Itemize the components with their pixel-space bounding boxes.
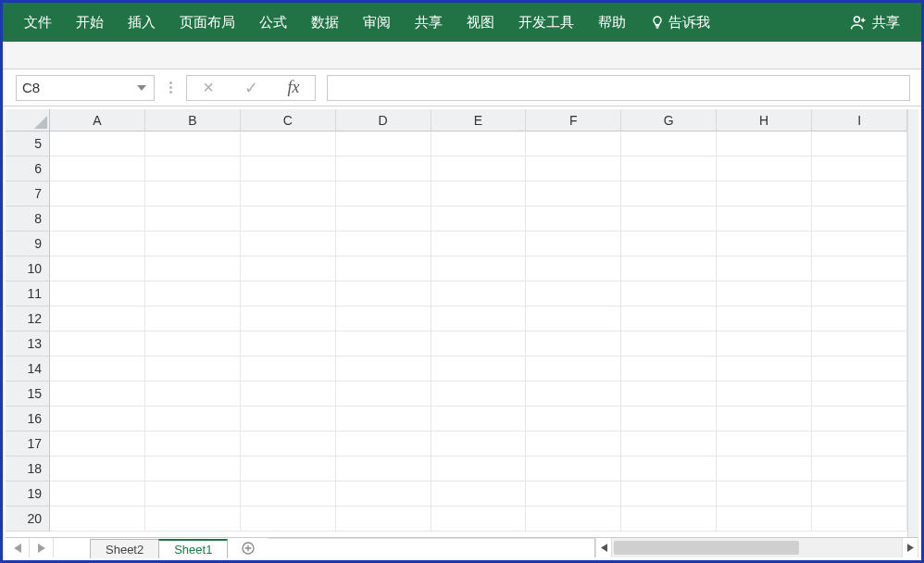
- ribbon-tab-developer[interactable]: 开发工具: [506, 3, 586, 42]
- cell[interactable]: [241, 457, 336, 482]
- horizontal-scrollbar[interactable]: [594, 538, 918, 557]
- cell[interactable]: [50, 482, 145, 507]
- cell[interactable]: [621, 357, 717, 382]
- cell[interactable]: [526, 282, 621, 307]
- cell[interactable]: [717, 156, 812, 181]
- cell[interactable]: [526, 507, 621, 532]
- column-header[interactable]: D: [336, 109, 431, 131]
- cell[interactable]: [50, 457, 145, 482]
- cell[interactable]: [50, 282, 145, 307]
- cell[interactable]: [336, 156, 431, 181]
- cell[interactable]: [336, 357, 431, 382]
- cell[interactable]: [241, 282, 336, 307]
- row-header[interactable]: 11: [6, 282, 50, 307]
- cell[interactable]: [145, 282, 241, 307]
- cell[interactable]: [621, 282, 717, 307]
- cell[interactable]: [526, 231, 621, 256]
- cell[interactable]: [526, 482, 621, 507]
- cell[interactable]: [336, 181, 431, 206]
- cell[interactable]: [241, 482, 336, 507]
- cell[interactable]: [145, 507, 241, 532]
- cell[interactable]: [336, 282, 431, 307]
- cell[interactable]: [717, 482, 812, 507]
- sheet-tab[interactable]: Sheet2: [90, 539, 159, 558]
- cell[interactable]: [145, 131, 241, 156]
- cell[interactable]: [717, 457, 812, 482]
- cell[interactable]: [241, 206, 336, 231]
- cell[interactable]: [812, 482, 907, 507]
- row-header[interactable]: 12: [6, 307, 50, 332]
- cell[interactable]: [621, 457, 717, 482]
- ribbon-tab-home[interactable]: 开始: [64, 3, 116, 42]
- cell[interactable]: [621, 482, 717, 507]
- cell[interactable]: [336, 482, 431, 507]
- ribbon-tab-view[interactable]: 视图: [455, 3, 506, 42]
- cell[interactable]: [336, 382, 431, 407]
- row-header[interactable]: 8: [6, 206, 50, 231]
- cell[interactable]: [526, 156, 621, 181]
- cell[interactable]: [50, 206, 145, 231]
- cell[interactable]: [431, 256, 527, 282]
- cell[interactable]: [621, 256, 717, 282]
- cell[interactable]: [431, 407, 527, 432]
- cell[interactable]: [50, 432, 145, 457]
- cell[interactable]: [717, 357, 812, 382]
- cell[interactable]: [812, 156, 907, 181]
- cell[interactable]: [717, 332, 812, 357]
- row-header[interactable]: 17: [6, 432, 50, 457]
- formula-input[interactable]: [327, 75, 910, 101]
- cell[interactable]: [431, 131, 527, 156]
- cell[interactable]: [812, 407, 907, 432]
- formula-bar-handle[interactable]: [166, 81, 175, 94]
- row-header[interactable]: 16: [6, 407, 50, 432]
- scroll-right-button[interactable]: [902, 538, 918, 557]
- ribbon-tab-review[interactable]: 审阅: [351, 3, 403, 42]
- row-header[interactable]: 15: [6, 382, 50, 407]
- cell[interactable]: [241, 231, 336, 256]
- cell[interactable]: [241, 256, 336, 282]
- row-header[interactable]: 18: [6, 457, 50, 482]
- cell[interactable]: [431, 181, 527, 206]
- cell[interactable]: [431, 332, 527, 357]
- cell[interactable]: [431, 206, 527, 231]
- cell[interactable]: [621, 307, 717, 332]
- row-header[interactable]: 10: [6, 256, 50, 282]
- cell[interactable]: [717, 307, 812, 332]
- cell[interactable]: [241, 507, 336, 532]
- cell[interactable]: [812, 282, 907, 307]
- scrollbar-thumb[interactable]: [614, 541, 799, 555]
- scroll-left-button[interactable]: [595, 538, 612, 557]
- cell[interactable]: [526, 256, 621, 282]
- cell[interactable]: [812, 231, 907, 256]
- cell[interactable]: [621, 407, 717, 432]
- cell[interactable]: [621, 156, 717, 181]
- cell[interactable]: [336, 407, 431, 432]
- add-sheet-button[interactable]: [228, 538, 268, 557]
- ribbon-tab-help[interactable]: 帮助: [586, 3, 638, 42]
- row-header[interactable]: 14: [6, 357, 50, 382]
- cell[interactable]: [812, 507, 907, 532]
- cells-area[interactable]: [50, 131, 907, 537]
- cell[interactable]: [621, 332, 717, 357]
- column-header[interactable]: E: [431, 109, 527, 131]
- cell[interactable]: [812, 382, 907, 407]
- vertical-scroll-gutter[interactable]: [907, 109, 918, 537]
- cell[interactable]: [717, 432, 812, 457]
- cell[interactable]: [50, 256, 145, 282]
- cell[interactable]: [812, 256, 907, 282]
- column-header[interactable]: A: [50, 109, 145, 131]
- cell[interactable]: [145, 181, 241, 206]
- ribbon-tellme[interactable]: 告诉我: [638, 3, 722, 42]
- cell[interactable]: [812, 206, 907, 231]
- cell[interactable]: [812, 307, 907, 332]
- ribbon-tab-formulas[interactable]: 公式: [247, 3, 299, 42]
- cell[interactable]: [431, 482, 527, 507]
- cell[interactable]: [145, 156, 241, 181]
- cell[interactable]: [717, 407, 812, 432]
- cell[interactable]: [241, 432, 336, 457]
- row-header[interactable]: 19: [6, 482, 50, 507]
- cell[interactable]: [621, 432, 717, 457]
- cell[interactable]: [145, 382, 241, 407]
- cell[interactable]: [526, 357, 621, 382]
- cell[interactable]: [145, 357, 241, 382]
